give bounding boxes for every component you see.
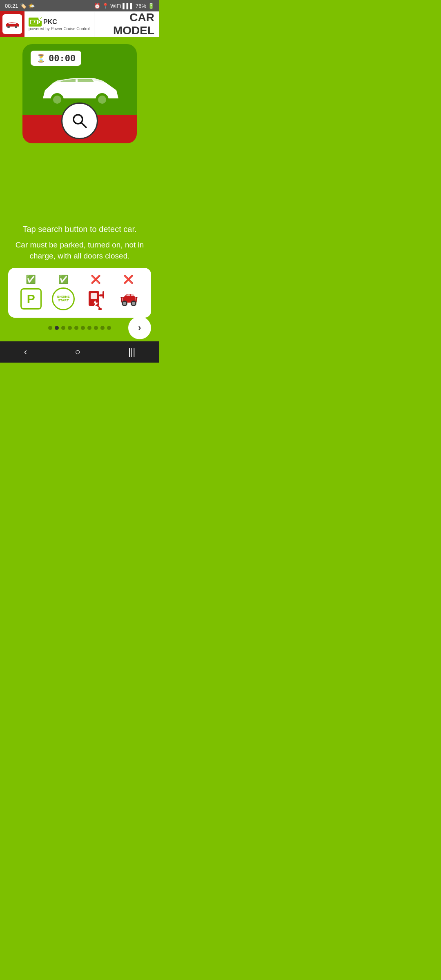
- req-check-doors: ❌: [123, 274, 134, 284]
- instruction-line2: Car must be parked, turned on, not in ch…: [8, 240, 151, 261]
- svg-rect-16: [98, 308, 102, 310]
- alarm-icon: ⏰: [94, 3, 100, 9]
- timer-display: 00:00: [49, 53, 76, 63]
- doors-icon-svg: [118, 287, 139, 311]
- svg-rect-4: [39, 21, 40, 23]
- powered-text: powered by Power Cruise Control: [29, 27, 90, 31]
- wifi-icon: WiFi: [110, 3, 121, 9]
- svg-rect-15: [102, 291, 104, 298]
- nav-bar: ‹ ○ |||: [0, 341, 159, 363]
- timer-icon: ⏳: [36, 54, 45, 63]
- req-item-parked: ✅ P: [17, 274, 45, 311]
- dot-6[interactable]: [87, 326, 91, 330]
- req-check-charge: ❌: [91, 274, 101, 284]
- req-check-parked: ✅: [26, 274, 36, 284]
- status-icon-1: 🏷️: [20, 3, 27, 9]
- pkc-check-icon: ✓: [38, 15, 44, 21]
- svg-point-1: [7, 26, 10, 28]
- signal-icon: ▌▌▌: [122, 3, 134, 9]
- req-item-engine: ✅ ENGINE START: [49, 274, 78, 311]
- dot-3[interactable]: [68, 326, 72, 330]
- svg-point-18: [123, 302, 126, 305]
- svg-point-2: [15, 26, 17, 28]
- dot-0[interactable]: [48, 326, 52, 330]
- page-title: CAR MODEL: [94, 11, 159, 37]
- instruction-line1: Tap search button to detect car.: [18, 223, 140, 235]
- pkc-icon: ✓: [29, 18, 42, 27]
- dot-5[interactable]: [81, 326, 85, 330]
- requirements-card: ✅ P ✅ ENGINE START ❌: [8, 268, 151, 318]
- status-bar: 08:21 🏷️ 🌤️ ⏰ 📍 WiFi ▌▌▌ 76% 🔋: [0, 0, 159, 11]
- svg-point-7: [53, 96, 61, 104]
- main-content: ⏳ 00:00: [0, 38, 159, 341]
- parking-p-icon: P: [20, 288, 42, 310]
- timer-badge: ⏳ 00:00: [31, 51, 81, 66]
- svg-rect-13: [91, 293, 97, 299]
- svg-point-20: [132, 302, 135, 305]
- status-time-area: 08:21 🏷️ 🌤️: [5, 3, 35, 9]
- location-icon: 📍: [102, 3, 109, 9]
- car-silhouette: [35, 70, 125, 107]
- dot-1[interactable]: [55, 326, 59, 330]
- pkc-badge: ✓ PKC: [29, 18, 57, 27]
- dot-4[interactable]: [74, 326, 78, 330]
- req-icon-charge: [84, 287, 108, 311]
- search-button[interactable]: [61, 102, 98, 139]
- nav-menu-button[interactable]: |||: [118, 343, 145, 361]
- search-icon: [71, 112, 89, 130]
- svg-line-11: [81, 122, 86, 127]
- dot-8[interactable]: [100, 326, 105, 330]
- app-header: ✓ PKC powered by Power Cruise Control CA…: [0, 11, 159, 38]
- nav-home-button[interactable]: ○: [65, 343, 90, 361]
- charge-icon-svg: [85, 287, 107, 311]
- car-card-bottom: [22, 115, 137, 143]
- battery-percent: 76%: [136, 3, 146, 9]
- dot-2[interactable]: [61, 326, 65, 330]
- dots-container: [48, 326, 111, 330]
- dot-9[interactable]: [107, 326, 111, 330]
- status-icons: ⏰ 📍 WiFi ▌▌▌ 76% 🔋: [94, 3, 154, 9]
- nav-back-button[interactable]: ‹: [14, 343, 37, 361]
- req-item-doors: ❌: [114, 274, 143, 311]
- svg-point-9: [98, 96, 106, 104]
- req-item-charge: ❌: [82, 274, 110, 311]
- header-logo-bg: [0, 11, 24, 37]
- req-icon-parking: P: [19, 287, 43, 311]
- battery-icon: 🔋: [148, 3, 154, 9]
- req-check-engine: ✅: [58, 274, 69, 284]
- header-logo-inner: [2, 14, 22, 34]
- status-icon-2: 🌤️: [28, 3, 35, 9]
- req-icon-engine: ENGINE START: [51, 287, 75, 311]
- header-pkc-section: ✓ PKC powered by Power Cruise Control: [24, 11, 94, 37]
- car-card: ⏳ 00:00: [22, 44, 137, 143]
- status-time: 08:21: [5, 3, 18, 9]
- engine-start-icon: ENGINE START: [52, 287, 75, 310]
- dot-7[interactable]: [94, 326, 98, 330]
- car-logo-svg: [4, 18, 21, 30]
- pagination-row: ›: [8, 326, 151, 330]
- pkc-text: PKC: [43, 18, 57, 26]
- req-icon-doors: [116, 287, 140, 311]
- next-button[interactable]: ›: [128, 316, 151, 339]
